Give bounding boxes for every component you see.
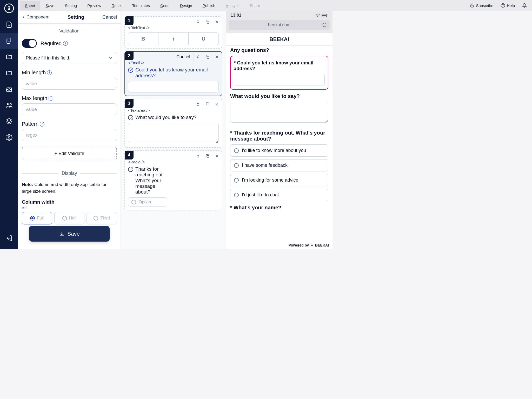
help-button[interactable]: Help xyxy=(497,1,518,10)
settings-panel: Component Setting Cancel Validation Requ… xyxy=(18,0,121,249)
preview-pane: 13:01 beekai.com BEEKAI Any questions? *… xyxy=(226,0,332,249)
required-check-icon xyxy=(128,167,133,172)
nav-clipboard[interactable] xyxy=(0,33,18,49)
width-third-radio[interactable]: Third xyxy=(87,212,117,224)
nav-layers[interactable] xyxy=(0,113,18,129)
cancel-button[interactable]: Cancel xyxy=(102,15,117,20)
move-icon[interactable] xyxy=(193,100,203,109)
wifi-icon xyxy=(315,14,320,17)
textarea-preview[interactable] xyxy=(128,123,219,143)
copy-icon[interactable] xyxy=(203,17,212,26)
close-icon[interactable] xyxy=(212,151,221,161)
unlock-icon xyxy=(470,3,474,8)
close-icon[interactable] xyxy=(212,17,221,26)
chevron-down-icon xyxy=(108,56,113,60)
bold-button[interactable]: B xyxy=(128,33,158,45)
preview-radio-option[interactable]: I'd like to know more about you xyxy=(230,144,328,157)
required-check-icon xyxy=(128,68,133,73)
move-icon[interactable] xyxy=(193,151,203,161)
preview-email-field: * Could you let us know your email addre… xyxy=(230,56,328,90)
menu-analytic[interactable]: Analytic xyxy=(221,1,244,10)
notifications-button[interactable] xyxy=(519,1,530,10)
battery-icon xyxy=(322,14,328,17)
left-sidebar xyxy=(0,0,18,249)
email-preview-input[interactable] xyxy=(128,81,219,92)
info-icon[interactable]: i xyxy=(47,70,52,75)
menu-setting[interactable]: Setting xyxy=(60,1,82,10)
width-half-radio[interactable]: Half xyxy=(54,212,85,224)
nav-users[interactable] xyxy=(0,97,18,113)
logo xyxy=(0,0,18,17)
preview-radio-option[interactable]: I'm looking for some advice xyxy=(230,174,328,186)
card-cancel[interactable]: Cancel xyxy=(173,52,193,62)
nav-inbox[interactable] xyxy=(0,81,18,97)
required-message-select[interactable]: Please fill in this field. xyxy=(22,52,117,64)
component-radio[interactable]: 4 <Radio /> Thanks for reaching out. Wha… xyxy=(124,150,222,210)
nav-new-folder[interactable] xyxy=(0,49,18,65)
menu-templates[interactable]: Templates xyxy=(128,1,155,10)
svg-point-2 xyxy=(7,103,9,105)
nav-settings[interactable] xyxy=(0,129,18,145)
preview-email-input[interactable] xyxy=(234,74,325,85)
close-icon[interactable] xyxy=(212,100,221,109)
min-length-input[interactable] xyxy=(22,78,117,90)
nav-folder[interactable] xyxy=(0,65,18,81)
copy-icon[interactable] xyxy=(203,100,212,109)
copy-icon[interactable] xyxy=(203,151,212,161)
bell-icon xyxy=(522,3,527,8)
close-icon[interactable] xyxy=(212,52,221,62)
radio-option-preview[interactable]: Option xyxy=(128,197,167,207)
svg-rect-6 xyxy=(207,56,209,58)
powered-by: Powered by BEEKAI xyxy=(289,243,329,247)
info-icon[interactable]: i xyxy=(49,96,53,101)
display-note: Note: Column and width only applicable f… xyxy=(18,181,121,195)
back-button[interactable]: Component xyxy=(22,15,49,20)
menu-publish[interactable]: Publish xyxy=(198,1,220,10)
copy-icon[interactable] xyxy=(203,52,212,62)
menu-code[interactable]: Code xyxy=(156,1,174,10)
menu-reset[interactable]: Reset xyxy=(107,1,127,10)
reload-icon[interactable] xyxy=(322,23,327,27)
menu-save[interactable]: Save xyxy=(41,1,59,10)
width-full-radio[interactable]: Full xyxy=(22,212,52,224)
move-icon[interactable] xyxy=(193,17,203,26)
address-bar[interactable]: beekai.com xyxy=(229,20,330,30)
column-width-label: Column width xyxy=(22,199,117,205)
display-section: Display xyxy=(22,171,117,176)
info-icon[interactable]: i xyxy=(40,122,44,127)
preview-textarea[interactable] xyxy=(230,102,328,123)
menu-share[interactable]: Share xyxy=(245,1,265,10)
max-length-input[interactable] xyxy=(22,103,117,115)
svg-rect-5 xyxy=(207,21,209,23)
svg-rect-1 xyxy=(8,38,11,42)
menu-preview[interactable]: Preview xyxy=(83,1,106,10)
download-icon xyxy=(59,231,65,237)
preview-radio-option[interactable]: I have some feedback xyxy=(230,159,328,171)
component-richtext[interactable]: 1 <RichText /> B i U xyxy=(124,16,222,49)
pattern-input[interactable] xyxy=(22,129,117,141)
svg-rect-10 xyxy=(322,15,326,16)
status-time: 13:01 xyxy=(231,13,241,18)
nav-new-file[interactable] xyxy=(0,17,18,33)
required-label: Required i xyxy=(41,41,68,46)
italic-button[interactable]: i xyxy=(158,33,188,45)
pattern-label: Patterni xyxy=(22,121,117,127)
save-button[interactable]: Save xyxy=(29,226,110,242)
svg-rect-11 xyxy=(327,15,327,16)
svg-point-3 xyxy=(10,104,11,105)
nav-logout[interactable] xyxy=(0,230,18,246)
component-email[interactable]: 2 Cancel <Email /> Could you let us know… xyxy=(124,51,222,96)
move-icon[interactable] xyxy=(193,52,203,62)
menu-design[interactable]: Design xyxy=(175,1,197,10)
underline-button[interactable]: U xyxy=(188,33,218,45)
svg-rect-7 xyxy=(207,104,209,106)
required-toggle[interactable] xyxy=(22,39,37,48)
preview-radio-option[interactable]: I'd just like to chat xyxy=(230,189,328,201)
info-icon[interactable]: i xyxy=(63,41,68,46)
svg-rect-8 xyxy=(207,156,209,158)
edit-validate-button[interactable]: + Edit Validate xyxy=(22,147,117,160)
component-textarea[interactable]: 3 <Textarea /> What would you like to sa… xyxy=(124,99,222,148)
svg-point-4 xyxy=(8,137,10,138)
menu-sheet[interactable]: Sheet xyxy=(20,1,40,10)
subscribe-button[interactable]: Subscribe xyxy=(467,1,496,10)
